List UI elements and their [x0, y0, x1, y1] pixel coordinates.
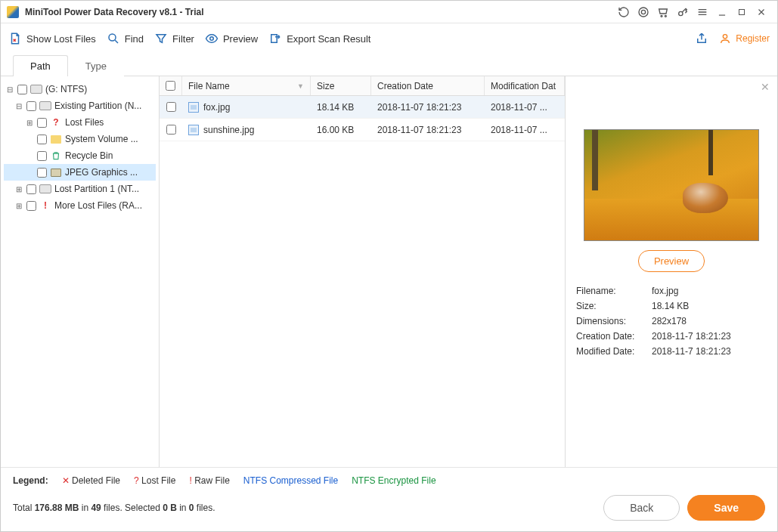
legend-raw: ! Raw File — [189, 475, 229, 486]
filter-label: Filter — [172, 33, 194, 45]
preview-label: Preview — [223, 33, 258, 45]
find-label: Find — [125, 33, 144, 45]
svg-point-3 — [665, 15, 666, 17]
raw-icon: ! — [39, 200, 51, 212]
file-checkbox[interactable] — [166, 102, 176, 112]
image-folder-icon — [50, 166, 62, 178]
share-icon — [695, 32, 708, 45]
meta-size: 18.14 KB — [652, 301, 767, 311]
main-area: ⊟ (G: NTFS) ⊟ Existing Partition (N... ⊞… — [1, 76, 777, 467]
document-x-icon — [8, 32, 22, 45]
tree-label: System Volume ... — [65, 134, 138, 144]
select-all-checkbox[interactable] — [166, 81, 175, 91]
recycle-bin-icon — [50, 150, 62, 162]
meta-filename: fox.jpg — [652, 286, 767, 296]
maximize-icon[interactable] — [732, 2, 752, 22]
drive-icon — [30, 83, 42, 95]
preview-metadata: Filename:fox.jpg Size:18.14 KB Dimension… — [576, 286, 767, 357]
header-creation-date[interactable]: Creation Date — [371, 76, 485, 95]
tree-more-lost-files[interactable]: ⊞ ! More Lost Files (RA... — [4, 197, 156, 214]
preview-open-button[interactable]: Preview — [638, 250, 705, 272]
minimize-icon[interactable] — [712, 2, 732, 22]
export-button[interactable]: Export Scan Result — [268, 32, 370, 45]
expand-icon[interactable]: ⊞ — [25, 119, 34, 127]
svg-point-6 — [109, 34, 116, 41]
legend-lost: ? Lost File — [134, 475, 175, 486]
tree-root[interactable]: ⊟ (G: NTFS) — [4, 81, 156, 97]
close-preview-icon[interactable]: ✕ — [761, 81, 770, 93]
tree-checkbox[interactable] — [37, 135, 47, 144]
svg-point-7 — [210, 37, 214, 41]
key-icon[interactable] — [673, 2, 693, 22]
legend-encrypted: NTFS Encrypted File — [352, 475, 435, 486]
meta-dimensions: 282x178 — [652, 316, 767, 326]
expand-icon[interactable]: ⊞ — [14, 185, 23, 193]
save-button[interactable]: Save — [687, 495, 765, 521]
tree-system-volume[interactable]: System Volume ... — [4, 131, 156, 147]
meta-creation: 2018-11-7 18:21:23 — [652, 331, 767, 342]
file-checkbox[interactable] — [166, 125, 176, 135]
toolbar: Show Lost Files Find Filter Preview Expo… — [1, 23, 777, 54]
close-icon[interactable] — [752, 2, 771, 22]
tree-label: More Lost Files (RA... — [54, 200, 142, 211]
search-icon — [107, 32, 120, 45]
tab-row: Path Type — [1, 54, 777, 76]
cart-icon[interactable] — [653, 2, 673, 22]
tree-jpeg-graphics[interactable]: JPEG Graphics ... — [4, 164, 156, 181]
tab-type[interactable]: Type — [68, 55, 124, 76]
sort-desc-icon: ▼ — [297, 82, 304, 90]
meta-size-label: Size: — [576, 301, 652, 311]
meta-modified-label: Modified Date: — [576, 346, 652, 357]
tree-lost-files[interactable]: ⊞ ? Lost Files — [4, 114, 156, 131]
collapse-icon[interactable]: ⊟ — [14, 102, 23, 110]
svg-rect-5 — [739, 9, 745, 14]
find-button[interactable]: Find — [107, 32, 144, 45]
legend-deleted: ✕ Deleted File — [62, 475, 120, 486]
tab-path[interactable]: Path — [13, 55, 68, 76]
expand-icon[interactable]: ⊞ — [14, 202, 23, 210]
file-mdate: 2018-11-07 ... — [491, 125, 547, 135]
tree-checkbox[interactable] — [17, 85, 27, 94]
svg-point-8 — [724, 35, 727, 39]
header-size[interactable]: Size — [311, 76, 371, 95]
folder-icon — [50, 133, 62, 145]
question-icon: ? — [134, 475, 139, 486]
header-modification-date[interactable]: Modification Dat — [485, 76, 565, 95]
drive-icon — [39, 100, 51, 112]
tree-checkbox[interactable] — [26, 184, 36, 194]
tree-checkbox[interactable] — [26, 201, 36, 211]
tree-recycle-bin[interactable]: Recycle Bin — [4, 147, 156, 164]
legend-compressed: NTFS Compressed File — [243, 475, 338, 486]
register-button[interactable]: Register — [719, 32, 770, 45]
svg-point-2 — [661, 15, 662, 17]
filter-button[interactable]: Filter — [154, 32, 194, 45]
app-window: MiniTool Power Data Recovery v8.1 - Tria… — [0, 0, 778, 532]
tree-existing-partition[interactable]: ⊟ Existing Partition (N... — [4, 97, 156, 114]
tree-checkbox[interactable] — [37, 118, 47, 128]
collapse-icon[interactable]: ⊟ — [5, 85, 14, 94]
question-icon: ? — [50, 116, 62, 128]
tree-checkbox[interactable] — [37, 168, 47, 178]
svg-point-1 — [641, 10, 645, 14]
feedback-icon[interactable] — [634, 2, 653, 22]
app-icon — [7, 6, 19, 18]
show-lost-files-button[interactable]: Show Lost Files — [8, 32, 96, 45]
preview-button[interactable]: Preview — [205, 32, 258, 45]
register-label: Register — [736, 33, 770, 44]
refresh-icon[interactable] — [614, 2, 634, 22]
header-file-name[interactable]: File Name ▼ — [182, 76, 311, 95]
tree-lost-partition-1[interactable]: ⊞ Lost Partition 1 (NT... — [4, 181, 156, 197]
file-row[interactable]: fox.jpg 18.14 KB 2018-11-07 18:21:23 201… — [160, 96, 565, 119]
tree-checkbox[interactable] — [26, 101, 36, 111]
tree-label: Existing Partition (N... — [54, 101, 141, 111]
share-button[interactable] — [695, 32, 708, 45]
preview-panel: ✕ Preview Filename:fox.jpg Size:18.14 KB… — [566, 76, 777, 467]
tree-checkbox[interactable] — [37, 151, 47, 161]
legend-label: Legend: — [13, 475, 48, 486]
file-row[interactable]: sunshine.jpg 16.00 KB 2018-11-07 18:21:2… — [160, 119, 565, 141]
menu-icon[interactable] — [693, 2, 712, 22]
header-checkbox-col[interactable] — [160, 76, 182, 95]
user-icon — [719, 32, 731, 45]
preview-thumbnail — [584, 129, 759, 241]
back-button[interactable]: Back — [603, 495, 680, 521]
